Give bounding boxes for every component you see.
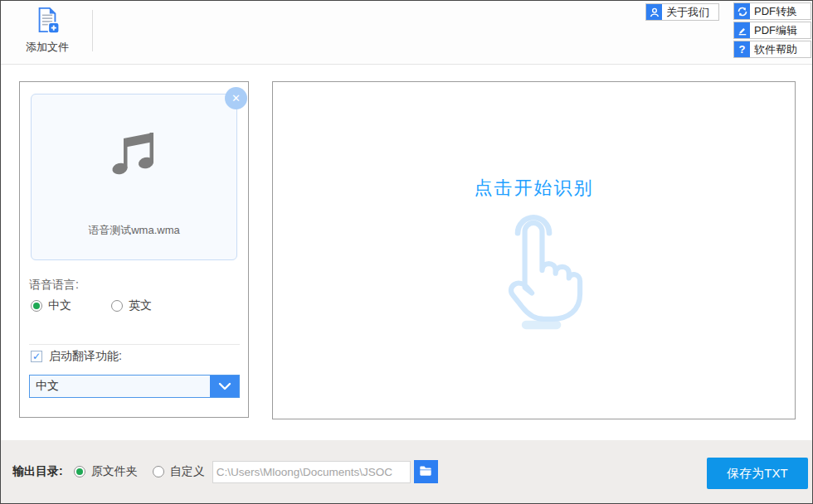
tap-hand-icon (476, 206, 592, 335)
help-label: 软件帮助 (750, 41, 811, 57)
translate-option-row: ✓ 启动翻译功能: (31, 349, 122, 364)
voice-language-options: 中文 英文 (31, 298, 152, 313)
radio-english[interactable] (111, 300, 123, 312)
folder-icon (418, 464, 433, 480)
radio-english-label[interactable]: 英文 (129, 298, 152, 313)
radio-custom-label[interactable]: 自定义 (170, 464, 205, 479)
sync-icon (734, 3, 750, 19)
translate-language-value: 中文 (30, 376, 210, 397)
about-us-label: 关于我们 (662, 4, 718, 20)
pdf-edit-label: PDF编辑 (750, 22, 811, 38)
app-window: 添加文件 关于我们 PDF转换 (0, 0, 813, 504)
start-recognition-label: 点击开始识别 (475, 176, 594, 201)
add-file-label: 添加文件 (26, 40, 69, 55)
toolbar-divider (92, 10, 93, 51)
translate-checkbox[interactable]: ✓ (31, 351, 42, 362)
toolbar: 添加文件 关于我们 PDF转换 (1, 1, 812, 65)
chevron-down-icon[interactable] (210, 376, 239, 397)
help-button[interactable]: ? 软件帮助 (733, 41, 811, 58)
section-divider (29, 344, 240, 345)
add-file-icon (34, 6, 61, 37)
output-options-row: 输出目录: 原文件夹 自定义 (12, 440, 438, 503)
start-recognition-area[interactable]: 点击开始识别 (272, 81, 796, 419)
translate-checkbox-label[interactable]: 启动翻译功能: (49, 349, 122, 364)
radio-chinese[interactable] (31, 300, 42, 312)
music-note-icon (32, 129, 236, 181)
radio-original-folder[interactable] (74, 466, 85, 477)
save-as-txt-button[interactable]: 保存为TXT (707, 458, 808, 489)
output-dir-label: 输出目录: (12, 464, 63, 479)
translate-language-select[interactable]: 中文 (29, 375, 240, 398)
check-icon: ✓ (32, 351, 41, 361)
pdf-convert-button[interactable]: PDF转换 (733, 2, 811, 20)
radio-original-folder-label[interactable]: 原文件夹 (91, 464, 138, 479)
audio-file-card[interactable]: 语音测试wma.wma (31, 94, 237, 260)
browse-folder-button[interactable] (414, 460, 438, 483)
audio-file-name: 语音测试wma.wma (32, 223, 236, 238)
person-icon (646, 4, 662, 20)
pen-icon (734, 22, 750, 38)
radio-custom[interactable] (153, 466, 164, 477)
file-settings-panel: ✕ 语音测试wma.wma 语音语言: 中文 英文 (19, 81, 249, 418)
about-us-button[interactable]: 关于我们 (645, 3, 719, 21)
voice-language-label: 语音语言: (29, 278, 79, 293)
remove-file-button[interactable]: ✕ (225, 87, 247, 109)
pdf-edit-button[interactable]: PDF编辑 (733, 22, 811, 39)
output-path-input[interactable] (212, 461, 411, 483)
close-icon: ✕ (231, 92, 241, 104)
add-file-button[interactable]: 添加文件 (16, 4, 79, 61)
radio-chinese-label[interactable]: 中文 (48, 298, 71, 313)
question-icon: ? (734, 41, 750, 57)
output-bar: 输出目录: 原文件夹 自定义 保存为TXT (1, 440, 812, 503)
pdf-convert-label: PDF转换 (750, 3, 811, 19)
